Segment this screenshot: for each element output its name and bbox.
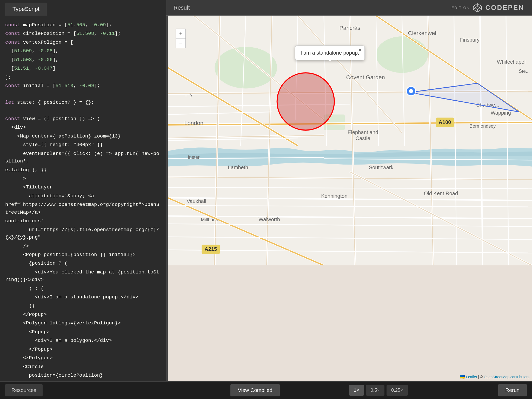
code-line: <div>I am a polygon.</div> — [0, 336, 166, 345]
zoom-in-button[interactable]: + — [176, 29, 185, 38]
rerun-button[interactable]: Rerun — [498, 384, 527, 396]
result-panel: A100 A215 Pancrás Clerkenwell Finsbury W… — [168, 16, 532, 381]
svg-text:Lambeth: Lambeth — [228, 165, 248, 170]
svg-point-10 — [376, 36, 428, 73]
code-line: [51.51, -0.047] — [0, 64, 166, 73]
code-line: href="https://www.openstreetmap.org/copy… — [0, 200, 166, 217]
leaflet-link[interactable]: Leaflet — [466, 375, 477, 379]
svg-text:Covent Garden: Covent Garden — [346, 74, 385, 81]
code-line: <Map center={mapPosition} zoom={13} — [0, 132, 166, 141]
code-line: let state: { position? } = {}; — [0, 98, 166, 107]
codepen-icon — [472, 3, 483, 13]
header: TypeScript Result EDIT ON CODEPEN — [0, 0, 532, 16]
code-line: <Popup position={position || initial}> — [0, 251, 166, 259]
code-line — [0, 90, 166, 98]
code-line: /> — [0, 242, 166, 251]
svg-text:Southwark: Southwark — [369, 165, 394, 170]
zoom-controls: 1× 0.5× 0.25× — [349, 385, 408, 396]
popup-close-button[interactable]: ✕ — [358, 47, 362, 53]
codepen-edit-on-text: EDIT ON — [451, 6, 470, 10]
view-compiled-button[interactable]: View Compiled — [230, 384, 280, 396]
code-line: e.latlng ), }} — [0, 166, 166, 174]
code-line: <div> — [0, 123, 166, 132]
code-line: <Popup> — [0, 328, 166, 336]
tab-typescript[interactable]: TypeScript — [5, 3, 47, 16]
svg-line-4 — [473, 6, 475, 8]
code-line: <div>I am a standalone popup.</div> — [0, 293, 166, 302]
svg-text:Kennington: Kennington — [321, 193, 347, 199]
svg-text:A215: A215 — [204, 246, 217, 252]
code-line: )} — [0, 302, 166, 310]
codepen-name: CODEPEN — [485, 4, 524, 12]
zoom-025x-button[interactable]: 0.25× — [387, 385, 408, 396]
code-line: contributors' — [0, 217, 166, 225]
tab-result[interactable]: Result — [166, 1, 197, 14]
code-line: position={circlePosition} — [0, 371, 166, 380]
svg-text:Bermondsey: Bermondsey — [469, 123, 496, 129]
osm-link[interactable]: OpenStreetMap contributors — [484, 375, 529, 379]
svg-text:Whitechapel: Whitechapel — [497, 59, 526, 65]
code-panel[interactable]: const mapPosition = [51.505, -0.09]; con… — [0, 16, 166, 381]
svg-line-7 — [473, 8, 475, 9]
svg-text:Millbank: Millbank — [201, 217, 218, 222]
code-line: </Popup> — [0, 310, 166, 319]
svg-point-86 — [277, 73, 334, 130]
code-line: const initial = [51.513, -0.09]; — [0, 82, 166, 90]
code-line: style={{ height: "400px" }} — [0, 141, 166, 149]
code-line: ]; — [0, 73, 166, 82]
svg-point-9 — [215, 47, 277, 88]
map-container[interactable]: A100 A215 Pancrás Clerkenwell Finsbury W… — [168, 16, 532, 381]
header-right: Result EDIT ON CODEPEN — [166, 0, 532, 16]
code-line: <Circle — [0, 363, 166, 371]
svg-text:Ste...: Ste... — [519, 69, 530, 74]
footer-right: 1× 0.5× 0.25× Rerun — [344, 384, 532, 396]
code-line: </Popup> — [0, 345, 166, 354]
code-line: {position ? ( — [0, 259, 166, 268]
svg-text:inster: inster — [188, 155, 200, 160]
popup-text: I am a standalone popup. — [301, 50, 359, 56]
svg-point-88 — [409, 89, 413, 93]
zoom-1x-button[interactable]: 1× — [349, 385, 364, 396]
svg-marker-1 — [475, 6, 480, 9]
code-line: <div>You clicked the map at {position.to… — [0, 268, 166, 284]
svg-text:London: London — [184, 120, 203, 126]
svg-text:...ry: ...ry — [185, 92, 192, 97]
svg-text:Clerkenwell: Clerkenwell — [408, 30, 438, 36]
code-line — [0, 107, 166, 115]
zoom-05x-button[interactable]: 0.5× — [366, 385, 385, 396]
svg-text:Finsbury: Finsbury — [460, 37, 480, 43]
codepen-logo: EDIT ON CODEPEN — [451, 3, 524, 13]
map-attribution: 🇺🇦 Leaflet | © OpenStreetMap contributor… — [460, 374, 529, 379]
map-zoom-controls: + − — [176, 29, 186, 48]
svg-text:Pancrás: Pancrás — [340, 25, 361, 31]
svg-text:Wapping: Wapping — [491, 110, 511, 116]
code-line: attribution='&copy; <a — [0, 192, 166, 200]
code-line: </Polygon> — [0, 354, 166, 362]
code-line: eventHandlers={{ click: (e) => app.run('… — [0, 149, 166, 166]
code-line: url="https://{s}.tile.openstreetmap.org/… — [0, 226, 166, 242]
code-line: [51.509, -0.08], — [0, 47, 166, 55]
map-popup: ✕ I am a standalone popup. — [295, 45, 365, 60]
svg-line-5 — [480, 8, 482, 9]
code-line: [51.503, -0.06], — [0, 56, 166, 64]
code-line: > — [0, 174, 166, 183]
code-line: ) : ( — [0, 284, 166, 293]
svg-text:A100: A100 — [439, 119, 451, 125]
header-left: TypeScript — [0, 0, 166, 16]
code-line: <Polygon latlngs={vertexPoligon}> — [0, 319, 166, 328]
zoom-out-button[interactable]: − — [176, 38, 185, 48]
resources-button[interactable]: Resources — [5, 384, 43, 396]
main-content: const mapPosition = [51.505, -0.09]; con… — [0, 16, 532, 381]
svg-text:Walworth: Walworth — [258, 217, 280, 222]
code-line: <TileLayer — [0, 183, 166, 192]
svg-text:Vauxhall: Vauxhall — [187, 198, 206, 204]
svg-line-6 — [480, 6, 482, 8]
code-line: const vertexPoligon = [ — [0, 38, 166, 47]
footer: Resources View Compiled 1× 0.5× 0.25× Re… — [0, 381, 532, 399]
svg-text:Elephant and: Elephant and — [348, 129, 378, 135]
code-line: const view = ({ position }) => ( — [0, 115, 166, 123]
svg-text:Old Kent Road: Old Kent Road — [424, 191, 458, 196]
code-line: const mapPosition = [51.505, -0.09]; — [0, 21, 166, 29]
footer-left: Resources — [0, 384, 166, 396]
code-line: const circlePosition = [51.508, -0.11]; — [0, 29, 166, 38]
